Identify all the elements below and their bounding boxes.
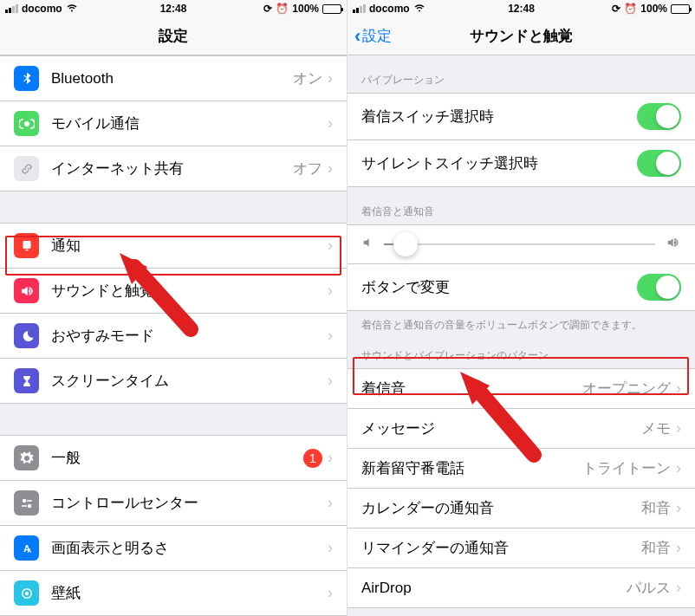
row-sounds[interactable]: サウンドと触覚 › — [0, 269, 347, 314]
back-button[interactable]: ‹ 設定 — [354, 25, 392, 48]
chevron-right-icon: › — [676, 579, 681, 597]
chevron-right-icon: › — [328, 372, 333, 390]
chevron-right-icon: › — [328, 114, 333, 133]
nav-bar: ‹ 設定 サウンドと触覚 — [348, 17, 695, 55]
cell-label: メッセージ — [361, 418, 641, 438]
status-bar: docomo 12:48 ⟳ ⏰ 100% — [0, 0, 347, 17]
cell-label: 新着留守番電話 — [361, 458, 582, 478]
sounds-screen: docomo 12:48 ⟳ ⏰ 100% ‹ 設定 サウンドと触覚 バイブレー… — [348, 0, 695, 616]
battery-icon — [322, 4, 341, 14]
svg-point-2 — [22, 498, 26, 503]
toggle-button-volume[interactable] — [637, 274, 681, 301]
volume-high-icon — [664, 236, 681, 253]
volume-low-icon — [361, 236, 375, 253]
wifi-icon — [413, 3, 425, 15]
chevron-left-icon: ‹ — [354, 25, 360, 48]
row-reminders[interactable]: リマインダーの通知音 和音 › — [348, 528, 695, 568]
row-ring-switch[interactable]: 着信スイッチ選択時 — [348, 93, 695, 140]
cell-value: トライトーン — [582, 458, 671, 478]
page-title: 設定 — [159, 26, 188, 46]
row-dnd[interactable]: おやすみモード › — [0, 314, 347, 359]
chevron-right-icon: › — [328, 584, 333, 602]
row-button-change[interactable]: ボタンで変更 — [348, 264, 695, 311]
chevron-right-icon: › — [328, 539, 333, 557]
row-display[interactable]: AA 画面表示と明るさ › — [0, 526, 347, 571]
chevron-right-icon: › — [328, 69, 333, 88]
cell-value: オン — [293, 68, 322, 88]
chevron-right-icon: › — [676, 499, 681, 517]
cell-label: 着信音 — [361, 379, 582, 399]
back-label: 設定 — [362, 26, 392, 46]
row-bluetooth[interactable]: Bluetooth オン › — [0, 55, 347, 101]
chevron-right-icon: › — [676, 539, 681, 557]
volume-slider[interactable] — [384, 243, 655, 245]
cell-value: パルス — [627, 578, 671, 598]
cell-label: サイレントスイッチ選択時 — [361, 153, 637, 173]
rotation-lock-icon: ⟳ — [263, 3, 272, 15]
cell-value: 和音 — [641, 538, 671, 558]
notifications-icon — [14, 233, 39, 258]
svg-point-9 — [24, 591, 29, 595]
svg-point-4 — [27, 503, 31, 508]
settings-screen: docomo 12:48 ⟳ ⏰ 100% 設定 Bluetooth オン › … — [0, 0, 348, 616]
cell-value: 和音 — [641, 498, 671, 518]
chevron-right-icon: › — [328, 282, 333, 300]
svg-text:A: A — [27, 547, 31, 553]
display-icon: AA — [14, 535, 39, 561]
antenna-icon — [14, 111, 39, 136]
section-vibration: バイブレーション — [348, 55, 695, 93]
cell-label: Bluetooth — [51, 70, 293, 88]
cell-label: モバイル通信 — [51, 113, 328, 133]
row-voicemail[interactable]: 新着留守番電話 トライトーン › — [348, 449, 695, 489]
sound-icon — [14, 278, 39, 303]
cell-label: おやすみモード — [51, 326, 328, 346]
moon-icon — [14, 323, 39, 348]
row-message[interactable]: メッセージ メモ › — [348, 409, 695, 449]
signal-icon — [353, 4, 366, 13]
cell-label: 壁紙 — [51, 583, 328, 603]
wifi-icon — [66, 3, 78, 15]
time-label: 12:48 — [160, 3, 187, 15]
chevron-right-icon: › — [328, 159, 333, 178]
section-volume: 着信音と通知音 — [348, 187, 695, 224]
cell-value: オープニング — [582, 379, 671, 399]
chevron-right-icon: › — [328, 494, 333, 512]
cell-label: AirDrop — [361, 580, 627, 597]
wallpaper-icon — [14, 580, 39, 606]
cell-label: コントロールセンター — [51, 493, 328, 513]
row-control-center[interactable]: コントロールセンター › — [0, 481, 347, 526]
cell-label: 着信スイッチ選択時 — [361, 107, 637, 126]
row-calendar[interactable]: カレンダーの通知音 和音 › — [348, 489, 695, 528]
toggle-silent-vibrate[interactable] — [637, 150, 681, 177]
toggle-ring-vibrate[interactable] — [637, 103, 681, 130]
row-notifications[interactable]: 通知 › — [0, 223, 347, 269]
cell-label: サウンドと触覚 — [51, 281, 328, 301]
cell-value: オフ — [293, 159, 322, 178]
switches-icon — [14, 490, 39, 515]
cell-label: 画面表示と明るさ — [51, 538, 328, 558]
section-patterns: サウンドとバイブレーションのパターン — [348, 340, 695, 368]
row-ringtone[interactable]: 着信音 オープニング › — [348, 368, 695, 409]
row-screentime[interactable]: スクリーンタイム › — [0, 359, 347, 404]
gear-icon — [14, 445, 39, 470]
cell-label: 通知 — [51, 236, 328, 256]
row-wallpaper[interactable]: 壁紙 › — [0, 571, 347, 616]
cell-value: メモ — [641, 418, 671, 438]
row-hotspot[interactable]: インターネット共有 オフ › — [0, 146, 347, 191]
row-general[interactable]: 一般 1 › — [0, 435, 347, 481]
row-airdrop[interactable]: AirDrop パルス › — [348, 568, 695, 608]
chevron-right-icon: › — [676, 419, 681, 438]
cell-label: インターネット共有 — [51, 159, 293, 178]
row-silent-switch[interactable]: サイレントスイッチ選択時 — [348, 140, 695, 187]
chevron-right-icon: › — [328, 449, 333, 467]
cell-label: 一般 — [51, 448, 303, 468]
svg-rect-5 — [22, 505, 27, 507]
volume-slider-row — [348, 224, 695, 264]
rotation-lock-icon: ⟳ — [612, 3, 620, 15]
link-icon — [14, 156, 39, 181]
slider-thumb[interactable] — [393, 232, 418, 256]
carrier-label: docomo — [22, 3, 62, 15]
row-cellular[interactable]: モバイル通信 › — [0, 101, 347, 146]
battery-percent: 100% — [640, 3, 667, 15]
page-title: サウンドと触覚 — [470, 26, 573, 46]
